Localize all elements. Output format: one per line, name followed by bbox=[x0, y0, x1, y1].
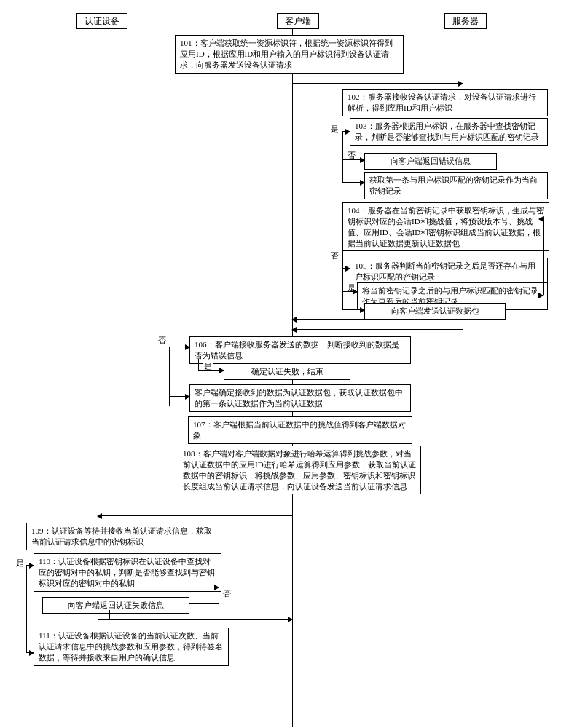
arrow-106-no-out bbox=[169, 396, 189, 397]
seg-105-branch bbox=[342, 218, 343, 309]
arrow-authfail-to-client bbox=[98, 619, 292, 620]
step-108: 108：客户端对客户端数据对象进行哈希运算得到挑战参数，对当前认证数据中的应用I… bbox=[178, 446, 421, 494]
sequence-diagram: 认证设备 客户端 服务器 101：客户端获取统一资源标识符，根据统一资源标识符得… bbox=[0, 0, 569, 728]
step-111: 111：认证设备根据认证设备的当前认证次数、当前认证请求信息中的挑战参数和应用参… bbox=[34, 628, 229, 666]
seg-106-yes bbox=[198, 359, 199, 370]
arrow-106-in bbox=[169, 347, 189, 347]
arrow-103-yes bbox=[342, 182, 364, 183]
arrow-108-to-device bbox=[98, 515, 292, 516]
arrow-111-in bbox=[26, 652, 34, 653]
lifeline-auth-device bbox=[98, 29, 98, 727]
step-106: 106：客户端接收服务器发送的数据，判断接收到的数据是否为错误信息 bbox=[189, 336, 411, 364]
lane-auth-device: 认证设备 bbox=[76, 13, 127, 29]
step-103-yes: 获取第一条与用户标识匹配的密钥记录作为当前密钥记录 bbox=[364, 172, 548, 199]
step-105: 105：服务器判断当前密钥记录之后是否还存在与用户标识匹配的密钥记录 bbox=[350, 258, 548, 285]
label-110-yes: 是 bbox=[15, 558, 25, 569]
step-104: 104：服务器在当前密钥记录中获取密钥标识，生成与密钥标识对应的会话ID和挑战值… bbox=[342, 202, 549, 251]
label-106-no: 否 bbox=[157, 335, 168, 346]
arrow-105-no bbox=[342, 309, 364, 310]
seg-105-loop bbox=[543, 218, 544, 295]
step-109: 109：认证设备等待并接收当前认证请求信息，获取当前认证请求信息中的密钥标识 bbox=[26, 523, 221, 550]
arrow-110-in bbox=[26, 565, 34, 566]
step-106-no: 客户端确定接收到的数据为认证数据包，获取认证数据包中的第一条认证数据作为当前认证… bbox=[189, 384, 411, 412]
label-105-no-top: 否 bbox=[329, 250, 340, 261]
step-106-yes: 确定认证失败，结束 bbox=[224, 363, 350, 380]
arrow-110-no-start bbox=[211, 587, 219, 587]
lane-client: 客户端 bbox=[277, 13, 319, 29]
step-103: 103：服务器根据用户标识，在服务器中查找密钥记录，判断是否能够查找到与用户标识… bbox=[350, 118, 548, 146]
arrow-103-in bbox=[342, 131, 350, 132]
arrow-105-loop-top bbox=[539, 218, 543, 219]
step-110-no: 向客户端返回认证失败信息 bbox=[42, 597, 189, 614]
lane-server: 服务器 bbox=[444, 13, 487, 29]
step-102: 102：服务器接收设备认证请求，对设备认证请求进行解析，得到应用ID和用户标识 bbox=[342, 89, 548, 116]
step-103-no: 向客户端返回错误信息 bbox=[364, 153, 497, 170]
arrow-101-to-server bbox=[292, 83, 463, 84]
arrow-103-no bbox=[342, 159, 364, 160]
arrow-105-loop-bot bbox=[538, 295, 543, 296]
seg-110-branch bbox=[26, 565, 27, 652]
arrow-authpkg-to-client bbox=[292, 329, 463, 330]
seg-106-branch bbox=[169, 347, 170, 406]
label-103-yes: 是 bbox=[329, 124, 340, 135]
step-105-no: 向客户端发送认证数据包 bbox=[364, 303, 506, 320]
seg-authfail-down bbox=[109, 610, 110, 619]
arrow-105-yes bbox=[342, 291, 357, 292]
seg-103-branch bbox=[342, 131, 343, 182]
step-101: 101：客户端获取统一资源标识符，根据统一资源标识符得到应用ID，根据应用ID和… bbox=[175, 35, 404, 74]
step-110: 110：认证设备根据密钥标识在认证设备中查找对应的密钥对中的私钥，判断是否能够查… bbox=[34, 553, 221, 592]
label-110-no: 否 bbox=[221, 588, 232, 599]
arrow-106-yes bbox=[198, 370, 224, 371]
step-107: 107：客户端根据当前认证数据中的挑战值得到客户端数据对象 bbox=[188, 416, 412, 444]
arrow-105-in bbox=[342, 268, 350, 269]
